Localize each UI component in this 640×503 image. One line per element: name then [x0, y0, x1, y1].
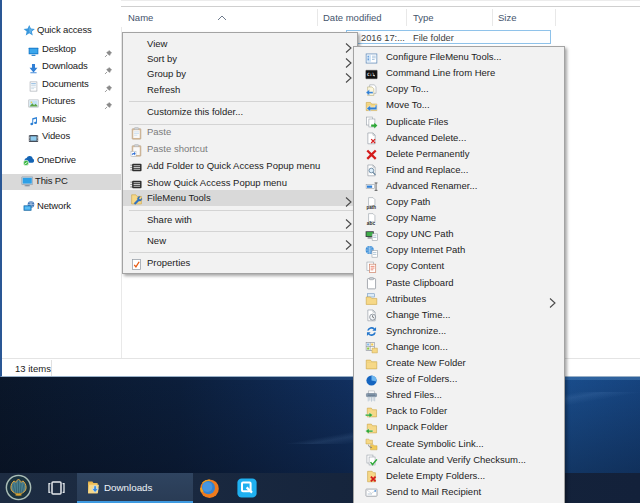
- desktop-icon: [28, 43, 39, 54]
- sidebar-item-downloads[interactable]: Downloads: [4, 57, 121, 74]
- menu-item-create-new-folder[interactable]: Create New Folder: [355, 356, 563, 372]
- column-separator: [317, 9, 318, 26]
- selected-file-date: 2016 17:...: [361, 33, 405, 43]
- menu-item-advanced-renamer[interactable]: Advanced Renamer...: [355, 178, 563, 194]
- taskbar-app-downloads[interactable]: Downloads: [77, 473, 193, 503]
- column-separator: [406, 9, 407, 26]
- menu-item-customize-this-folder[interactable]: Customize this folder...: [123, 104, 357, 120]
- menu-item-change-time[interactable]: Change Time...: [355, 307, 563, 323]
- column-header-size[interactable]: Size: [498, 12, 516, 25]
- music-icon: [28, 113, 39, 124]
- selected-file-type: File folder: [413, 33, 454, 43]
- configure-icon: [365, 51, 378, 64]
- menu-item-copy-to[interactable]: Copy To...: [355, 82, 563, 98]
- sidebar-item-onedrive[interactable]: OneDrive: [4, 151, 121, 168]
- sidebar-item-documents[interactable]: Documents: [4, 75, 121, 92]
- menu-item-calculate-and-verify-checksum[interactable]: Calculate and Verify Checksum...: [355, 452, 563, 468]
- sidebar-item-music[interactable]: Music: [4, 110, 121, 127]
- menu-item-label: Show Quick Access Popup menu: [147, 177, 287, 188]
- menu-item-copy-name[interactable]: abcCopy Name: [355, 211, 563, 227]
- filemenu-tools-icon: [130, 192, 143, 205]
- paste-clipboard-icon: [365, 276, 378, 289]
- selected-file-row[interactable]: 2016 17:... File folder: [346, 30, 551, 44]
- menu-item-advanced-delete[interactable]: Advanced Delete...: [355, 130, 563, 146]
- navigation-pane: Quick accessDesktopDownloadsDocumentsPic…: [4, 0, 121, 358]
- shred-icon: [365, 389, 378, 402]
- menu-item-pack-to-folder[interactable]: Pack to Folder: [355, 404, 563, 420]
- task-view-button[interactable]: [47, 481, 66, 495]
- menu-item-share-with[interactable]: Share with: [123, 213, 357, 229]
- menu-item-view[interactable]: View: [123, 36, 357, 52]
- sort-ascending-caret: [217, 7, 227, 13]
- submenu-chevron-icon: [345, 215, 352, 225]
- q-app-taskbar-icon[interactable]: [237, 478, 257, 498]
- menu-item-synchronize[interactable]: Synchronize...: [355, 323, 563, 339]
- properties-icon: [130, 257, 143, 270]
- menu-item-add-folder-to-quick-access-popup-menu[interactable]: Add Folder to Quick Access Popup menu: [123, 159, 357, 175]
- sidebar-item-pictures[interactable]: Pictures: [4, 92, 121, 109]
- menu-item-paste-clipboard[interactable]: Paste Clipboard: [355, 275, 563, 291]
- menu-item-copy-path[interactable]: pathCopy Path: [355, 195, 563, 211]
- menu-item-show-quick-access-popup-menu[interactable]: Show Quick Access Popup menu: [123, 175, 357, 191]
- menu-item-create-symbolic-link[interactable]: Create Symbolic Link...: [355, 436, 563, 452]
- column-header-name[interactable]: Name: [128, 12, 153, 25]
- menu-item-label: FileMenu Tools: [147, 192, 211, 203]
- videos-icon: [28, 130, 39, 141]
- menu-item-label: Configure FileMenu Tools...: [386, 51, 501, 62]
- svg-text:path: path: [366, 205, 376, 210]
- advanced-renamer-icon: [365, 179, 378, 192]
- menu-item-label: Synchronize...: [386, 325, 446, 336]
- menu-item-label: Command Line from Here: [386, 67, 495, 78]
- menu-item-delete-empty-folders[interactable]: Delete Empty Folders...: [355, 468, 563, 484]
- menu-item-copy-internet-path[interactable]: Copy Internet Path: [355, 243, 563, 259]
- menu-item-attributes[interactable]: Attributes: [355, 291, 563, 307]
- find-replace-icon: [365, 163, 378, 176]
- menu-item-move-to[interactable]: Move To...: [355, 98, 563, 114]
- sidebar-item-label: This PC: [35, 175, 68, 186]
- menu-item-paste-shortcut[interactable]: Paste shortcut: [123, 142, 357, 158]
- column-header-date-modified[interactable]: Date modified: [323, 12, 382, 25]
- sidebar-item-quick-access[interactable]: Quick access: [4, 21, 121, 38]
- menu-item-label: Group by: [147, 68, 186, 79]
- menu-item-refresh[interactable]: Refresh: [123, 82, 357, 98]
- copy-name-icon: abc: [365, 212, 378, 225]
- menu-item-delete-permanently[interactable]: Delete Permanently: [355, 146, 563, 162]
- sidebar-item-network[interactable]: Network: [4, 197, 121, 214]
- column-header-type[interactable]: Type: [413, 12, 434, 25]
- menu-item-paste[interactable]: Paste: [123, 125, 357, 141]
- menu-item-label: Copy To...: [386, 83, 429, 94]
- menu-item-shred-files[interactable]: Shred Files...: [355, 388, 563, 404]
- start-button[interactable]: [5, 474, 32, 501]
- menu-item-label: Calculate and Verify Checksum...: [386, 454, 526, 465]
- menu-item-change-icon[interactable]: Change Icon...: [355, 339, 563, 355]
- menu-item-command-line-from-here[interactable]: C:\Command Line from Here: [355, 66, 563, 82]
- menu-item-find-and-replace[interactable]: Find and Replace...: [355, 162, 563, 178]
- sidebar-item-desktop[interactable]: Desktop: [4, 40, 121, 57]
- status-bar-divider: [51, 360, 52, 376]
- sidebar-item-label: Videos: [42, 130, 70, 141]
- menu-item-send-to-mail-recipient[interactable]: Send to Mail Recipient: [355, 484, 563, 500]
- copy-inet-icon: [365, 244, 378, 257]
- menu-item-copy-content[interactable]: Copy Content: [355, 259, 563, 275]
- menu-separator: [129, 101, 355, 102]
- sidebar-item-videos[interactable]: Videos: [4, 127, 121, 144]
- menu-item-sort-by[interactable]: Sort by: [123, 52, 357, 68]
- sidebar-item-this-pc[interactable]: This PC: [2, 171, 121, 191]
- menu-item-label: Create New Folder: [386, 357, 466, 368]
- pictures-icon: [28, 95, 39, 106]
- menu-item-configure-filemenu-tools[interactable]: Configure FileMenu Tools...: [355, 50, 563, 66]
- menu-item-properties[interactable]: Properties: [123, 255, 357, 271]
- menu-item-group-by[interactable]: Group by: [123, 67, 357, 83]
- menu-item-size-of-folders[interactable]: Size of Folders...: [355, 372, 563, 388]
- address-bar-border: [80, 6, 640, 7]
- menu-item-unpack-folder[interactable]: Unpack Folder: [355, 420, 563, 436]
- menu-item-label: Advanced Renamer...: [386, 180, 477, 191]
- menu-item-filemenu-tools[interactable]: FileMenu Tools: [123, 190, 357, 206]
- menu-item-duplicate-files[interactable]: Duplicate Files: [355, 114, 563, 130]
- menu-item-copy-unc-path[interactable]: Copy UNC Path: [355, 227, 563, 243]
- menu-item-new[interactable]: New: [123, 233, 357, 249]
- firefox-taskbar-icon[interactable]: [199, 478, 220, 499]
- ribbon-bottom-border: [120, 0, 640, 1]
- sidebar-item-label: OneDrive: [37, 154, 76, 165]
- documents-icon: [28, 78, 39, 89]
